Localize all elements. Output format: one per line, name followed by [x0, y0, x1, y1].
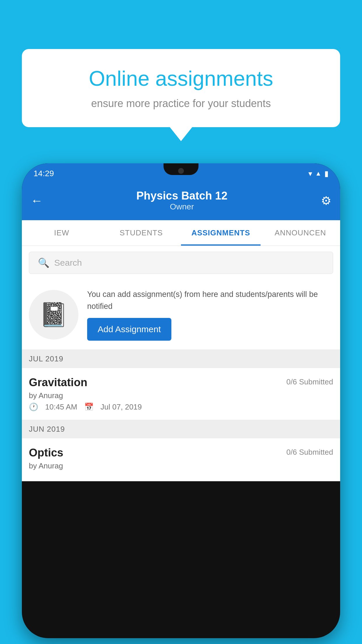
header-title-area: Physics Batch 12 Owner	[136, 190, 228, 211]
section-header-jun: JUN 2019	[22, 420, 340, 438]
assignment-time-gravitation: 10:45 AM	[45, 402, 77, 412]
battery-icon	[324, 169, 328, 178]
assignment-date-row-gravitation: 🕐 10:45 AM 📅 Jul 07, 2019	[29, 402, 333, 412]
assignment-name-optics: Optics	[29, 447, 63, 459]
promo-content: You can add assignment(s) from here and …	[87, 288, 333, 341]
assignment-by-optics: by Anurag	[29, 461, 333, 470]
status-icons	[308, 169, 328, 178]
tab-students[interactable]: STUDENTS	[101, 220, 181, 246]
app-header: ← Physics Batch 12 Owner ⚙	[22, 184, 340, 220]
search-icon: 🔍	[38, 257, 50, 268]
tab-assignments[interactable]: ASSIGNMENTS	[181, 220, 261, 246]
promo-icon-circle: 📓	[29, 290, 78, 340]
assignment-item-optics[interactable]: Optics 0/6 Submitted by Anurag	[22, 438, 340, 481]
notebook-icon: 📓	[39, 301, 68, 328]
batch-title: Physics Batch 12	[136, 190, 228, 202]
batch-subtitle: Owner	[136, 202, 228, 211]
signal-icon	[315, 170, 321, 177]
calendar-icon: 📅	[84, 402, 94, 412]
add-assignment-button[interactable]: Add Assignment	[87, 318, 171, 341]
assignment-name-gravitation: Gravitation	[29, 376, 87, 389]
speech-bubble-container: Online assignments ensure more practice …	[22, 49, 340, 127]
tab-iew[interactable]: IEW	[22, 220, 101, 246]
assignment-by-gravitation: by Anurag	[29, 391, 333, 400]
promo-section: 📓 You can add assignment(s) from here an…	[22, 280, 340, 350]
speech-bubble-subtitle: ensure more practice for your students	[42, 97, 320, 110]
assignment-submitted-gravitation: 0/6 Submitted	[287, 377, 333, 386]
phone-frame: 14:29 ← Physics Batch 12 Owner ⚙ IEW STU…	[22, 163, 340, 638]
wifi-icon	[308, 169, 312, 178]
phone-screen: 🔍 Search 📓 You can add assignment(s) fro…	[22, 246, 340, 481]
section-header-jul: JUL 2019	[22, 350, 340, 368]
search-bar[interactable]: 🔍 Search	[29, 252, 333, 274]
speech-bubble-title: Online assignments	[42, 66, 320, 90]
speech-bubble: Online assignments ensure more practice …	[22, 49, 340, 127]
status-bar: 14:29	[22, 163, 340, 184]
status-time: 14:29	[34, 169, 54, 178]
phone-notch	[164, 163, 198, 175]
notch-camera	[178, 168, 184, 174]
clock-icon: 🕐	[29, 402, 38, 412]
promo-text: You can add assignment(s) from here and …	[87, 288, 333, 312]
assignment-item-top: Gravitation 0/6 Submitted	[29, 376, 333, 389]
search-bar-container: 🔍 Search	[22, 246, 340, 280]
search-placeholder: Search	[54, 258, 82, 268]
tabs-bar: IEW STUDENTS ASSIGNMENTS ANNOUNCEN	[22, 220, 340, 246]
assignment-date-gravitation: Jul 07, 2019	[101, 402, 142, 412]
back-button[interactable]: ←	[31, 194, 43, 208]
tab-announcements[interactable]: ANNOUNCEN	[261, 220, 340, 246]
settings-icon[interactable]: ⚙	[321, 194, 331, 207]
assignment-item-gravitation[interactable]: Gravitation 0/6 Submitted by Anurag 🕐 10…	[22, 368, 340, 420]
assignment-item-top-optics: Optics 0/6 Submitted	[29, 447, 333, 459]
assignment-submitted-optics: 0/6 Submitted	[287, 448, 333, 457]
